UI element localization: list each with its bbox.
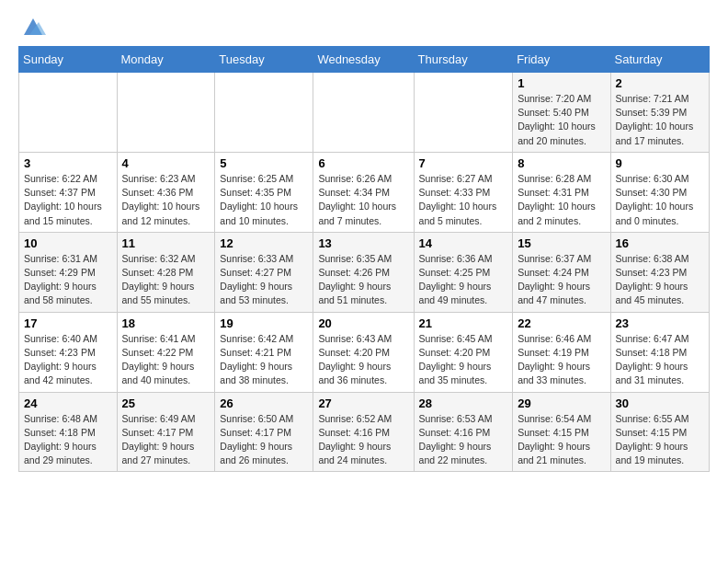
calendar-cell: 10Sunrise: 6:31 AMSunset: 4:29 PMDayligh… <box>19 232 118 312</box>
calendar-cell: 27Sunrise: 6:52 AMSunset: 4:16 PMDayligh… <box>313 392 414 472</box>
calendar-header-saturday: Saturday <box>610 47 709 73</box>
calendar-cell <box>215 73 313 153</box>
day-info: Sunrise: 6:27 AMSunset: 4:33 PMDaylight:… <box>419 172 508 228</box>
calendar-cell <box>19 73 118 153</box>
day-info: Sunrise: 6:41 AMSunset: 4:22 PMDaylight:… <box>122 332 210 388</box>
day-info: Sunrise: 6:25 AMSunset: 4:35 PMDaylight:… <box>220 172 308 228</box>
day-number: 10 <box>24 236 112 250</box>
calendar-cell: 5Sunrise: 6:25 AMSunset: 4:35 PMDaylight… <box>215 152 313 232</box>
calendar-cell: 30Sunrise: 6:55 AMSunset: 4:15 PMDayligh… <box>610 392 709 472</box>
calendar-cell: 7Sunrise: 6:27 AMSunset: 4:33 PMDaylight… <box>414 152 513 232</box>
calendar-week-4: 17Sunrise: 6:40 AMSunset: 4:23 PMDayligh… <box>19 312 710 392</box>
calendar-cell: 8Sunrise: 6:28 AMSunset: 4:31 PMDaylight… <box>513 152 610 232</box>
day-number: 1 <box>518 76 605 90</box>
day-info: Sunrise: 6:30 AMSunset: 4:30 PMDaylight:… <box>616 172 704 228</box>
calendar-cell <box>414 73 513 153</box>
calendar-header-monday: Monday <box>117 47 215 73</box>
calendar-header-thursday: Thursday <box>414 47 513 73</box>
day-info: Sunrise: 6:26 AMSunset: 4:34 PMDaylight:… <box>318 172 408 228</box>
calendar-cell: 4Sunrise: 6:23 AMSunset: 4:36 PMDaylight… <box>117 152 215 232</box>
day-number: 27 <box>318 396 408 410</box>
day-number: 5 <box>220 156 308 170</box>
calendar-cell: 12Sunrise: 6:33 AMSunset: 4:27 PMDayligh… <box>215 232 313 312</box>
calendar-week-1: 1Sunrise: 7:20 AMSunset: 5:40 PMDaylight… <box>19 73 710 153</box>
calendar-cell: 14Sunrise: 6:36 AMSunset: 4:25 PMDayligh… <box>414 232 513 312</box>
day-number: 18 <box>122 316 210 330</box>
day-number: 25 <box>122 396 210 410</box>
day-number: 3 <box>24 156 112 170</box>
calendar-header-row: SundayMondayTuesdayWednesdayThursdayFrid… <box>19 47 710 73</box>
day-info: Sunrise: 6:50 AMSunset: 4:17 PMDaylight:… <box>220 412 308 468</box>
calendar-body: 1Sunrise: 7:20 AMSunset: 5:40 PMDaylight… <box>19 73 710 472</box>
calendar-cell: 21Sunrise: 6:45 AMSunset: 4:20 PMDayligh… <box>414 312 513 392</box>
day-number: 9 <box>616 156 704 170</box>
day-info: Sunrise: 6:36 AMSunset: 4:25 PMDaylight:… <box>419 252 508 308</box>
calendar-cell: 3Sunrise: 6:22 AMSunset: 4:37 PMDaylight… <box>19 152 118 232</box>
day-info: Sunrise: 6:35 AMSunset: 4:26 PMDaylight:… <box>318 252 408 308</box>
calendar-cell: 16Sunrise: 6:38 AMSunset: 4:23 PMDayligh… <box>610 232 709 312</box>
day-number: 12 <box>220 236 308 250</box>
day-number: 19 <box>220 316 308 330</box>
day-number: 17 <box>24 316 112 330</box>
day-info: Sunrise: 6:42 AMSunset: 4:21 PMDaylight:… <box>220 332 308 388</box>
day-number: 6 <box>318 156 408 170</box>
calendar-week-2: 3Sunrise: 6:22 AMSunset: 4:37 PMDaylight… <box>19 152 710 232</box>
day-number: 29 <box>518 396 605 410</box>
day-number: 7 <box>419 156 508 170</box>
logo-icon <box>20 15 46 40</box>
day-number: 8 <box>518 156 605 170</box>
calendar-cell: 20Sunrise: 6:43 AMSunset: 4:20 PMDayligh… <box>313 312 414 392</box>
day-number: 11 <box>122 236 210 250</box>
day-info: Sunrise: 6:37 AMSunset: 4:24 PMDaylight:… <box>518 252 605 308</box>
calendar-cell: 11Sunrise: 6:32 AMSunset: 4:28 PMDayligh… <box>117 232 215 312</box>
calendar: SundayMondayTuesdayWednesdayThursdayFrid… <box>18 46 710 472</box>
day-number: 13 <box>318 236 408 250</box>
day-info: Sunrise: 6:23 AMSunset: 4:36 PMDaylight:… <box>122 172 210 228</box>
calendar-cell: 15Sunrise: 6:37 AMSunset: 4:24 PMDayligh… <box>513 232 610 312</box>
calendar-cell: 23Sunrise: 6:47 AMSunset: 4:18 PMDayligh… <box>610 312 709 392</box>
day-number: 22 <box>518 316 605 330</box>
day-info: Sunrise: 6:45 AMSunset: 4:20 PMDaylight:… <box>419 332 508 388</box>
day-number: 20 <box>318 316 408 330</box>
day-info: Sunrise: 6:28 AMSunset: 4:31 PMDaylight:… <box>518 172 605 228</box>
calendar-header-tuesday: Tuesday <box>215 47 313 73</box>
calendar-cell: 6Sunrise: 6:26 AMSunset: 4:34 PMDaylight… <box>313 152 414 232</box>
day-info: Sunrise: 6:33 AMSunset: 4:27 PMDaylight:… <box>220 252 308 308</box>
day-info: Sunrise: 6:48 AMSunset: 4:18 PMDaylight:… <box>24 412 112 468</box>
calendar-cell: 1Sunrise: 7:20 AMSunset: 5:40 PMDaylight… <box>513 73 610 153</box>
day-number: 28 <box>419 396 508 410</box>
day-info: Sunrise: 6:40 AMSunset: 4:23 PMDaylight:… <box>24 332 112 388</box>
day-info: Sunrise: 6:54 AMSunset: 4:15 PMDaylight:… <box>518 412 605 468</box>
calendar-week-3: 10Sunrise: 6:31 AMSunset: 4:29 PMDayligh… <box>19 232 710 312</box>
day-info: Sunrise: 6:32 AMSunset: 4:28 PMDaylight:… <box>122 252 210 308</box>
day-info: Sunrise: 7:21 AMSunset: 5:39 PMDaylight:… <box>616 92 704 148</box>
day-info: Sunrise: 6:22 AMSunset: 4:37 PMDaylight:… <box>24 172 112 228</box>
calendar-cell: 22Sunrise: 6:46 AMSunset: 4:19 PMDayligh… <box>513 312 610 392</box>
calendar-cell: 24Sunrise: 6:48 AMSunset: 4:18 PMDayligh… <box>19 392 118 472</box>
logo <box>18 15 46 37</box>
day-info: Sunrise: 6:31 AMSunset: 4:29 PMDaylight:… <box>24 252 112 308</box>
calendar-cell: 25Sunrise: 6:49 AMSunset: 4:17 PMDayligh… <box>117 392 215 472</box>
day-info: Sunrise: 6:49 AMSunset: 4:17 PMDaylight:… <box>122 412 210 468</box>
calendar-cell: 2Sunrise: 7:21 AMSunset: 5:39 PMDaylight… <box>610 73 709 153</box>
day-info: Sunrise: 6:55 AMSunset: 4:15 PMDaylight:… <box>616 412 704 468</box>
calendar-header-wednesday: Wednesday <box>313 47 414 73</box>
day-info: Sunrise: 6:47 AMSunset: 4:18 PMDaylight:… <box>616 332 704 388</box>
calendar-cell: 29Sunrise: 6:54 AMSunset: 4:15 PMDayligh… <box>513 392 610 472</box>
day-number: 23 <box>616 316 704 330</box>
day-number: 15 <box>518 236 605 250</box>
day-number: 26 <box>220 396 308 410</box>
calendar-cell: 26Sunrise: 6:50 AMSunset: 4:17 PMDayligh… <box>215 392 313 472</box>
day-number: 16 <box>616 236 704 250</box>
calendar-header-sunday: Sunday <box>19 47 118 73</box>
day-number: 24 <box>24 396 112 410</box>
calendar-cell: 13Sunrise: 6:35 AMSunset: 4:26 PMDayligh… <box>313 232 414 312</box>
day-info: Sunrise: 6:46 AMSunset: 4:19 PMDaylight:… <box>518 332 605 388</box>
calendar-header-friday: Friday <box>513 47 610 73</box>
day-number: 14 <box>419 236 508 250</box>
header <box>18 15 710 37</box>
day-info: Sunrise: 6:53 AMSunset: 4:16 PMDaylight:… <box>419 412 508 468</box>
calendar-week-5: 24Sunrise: 6:48 AMSunset: 4:18 PMDayligh… <box>19 392 710 472</box>
day-number: 30 <box>616 396 704 410</box>
day-number: 4 <box>122 156 210 170</box>
